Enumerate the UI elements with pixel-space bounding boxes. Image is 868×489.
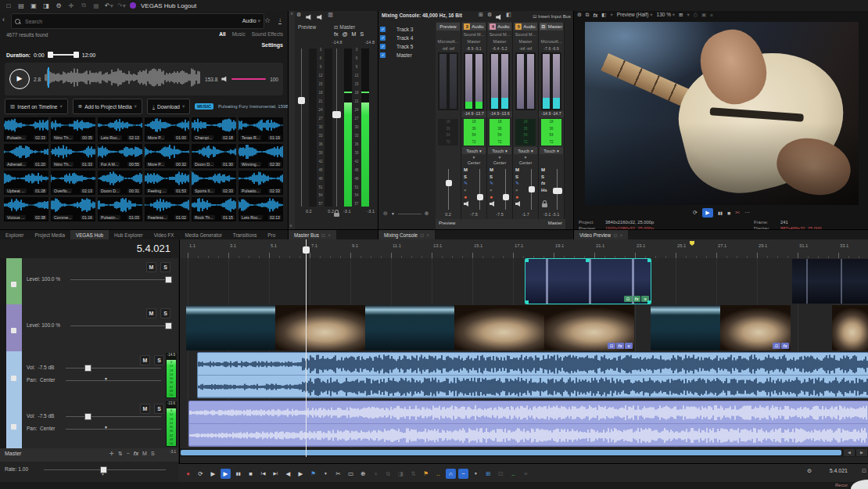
volume-slider[interactable]	[66, 416, 161, 417]
scroll-left-icon[interactable]: ◀	[844, 449, 855, 456]
volume-slider[interactable]	[66, 368, 161, 369]
playhead-handle[interactable]	[303, 246, 310, 253]
automation-mode-dropdown[interactable]: Touch▾	[462, 147, 486, 154]
audio-tile[interactable]: Lets Roc... 02:13	[98, 117, 142, 142]
audio-tile[interactable]: For A M... 00:55	[98, 144, 142, 168]
stop-button[interactable]: ■	[246, 469, 256, 479]
fx-automation-icon[interactable]: ✎	[464, 181, 470, 187]
solo-button[interactable]: S	[154, 404, 164, 414]
track-minimize-gutter[interactable]	[0, 351, 6, 400]
pause-button[interactable]: ▮▮	[233, 469, 243, 479]
strip-header[interactable]: 3Audio	[462, 23, 486, 31]
mixer-speaker-icon[interactable]	[496, 14, 502, 20]
monitor-icon[interactable]	[490, 201, 496, 207]
solo-button[interactable]: S	[154, 355, 164, 365]
strip-routing[interactable]: Microsoft...	[540, 39, 563, 44]
fx-automation-icon[interactable]: ✎	[515, 181, 522, 187]
transport-time-display[interactable]: 5.4.021	[830, 468, 848, 473]
loop-icon[interactable]: ⟳	[693, 210, 698, 216]
edit-tool-button[interactable]: ⚑	[308, 469, 318, 479]
bus-button[interactable]: @	[342, 31, 347, 37]
mixer-track-row[interactable]: ✓ 3 Track 3	[380, 25, 435, 34]
track-2-lane[interactable]: ⊡ fx ≡ ⊡ fx	[180, 304, 868, 352]
downloads-icon[interactable]: ↓	[278, 16, 282, 24]
category-dropdown[interactable]: Audio ▾	[242, 18, 260, 24]
strip-output[interactable]: Master	[488, 39, 511, 44]
audio-tile[interactable]: Adrenali... 01:20	[4, 144, 48, 168]
meter-options-icon[interactable]: ▥	[328, 12, 333, 20]
clip-pan-crop-icon[interactable]: ⊡	[773, 343, 780, 349]
automation-mode-dropdown[interactable]: Touch▾	[488, 147, 511, 154]
strip-header[interactable]: ⊡Master	[540, 23, 563, 31]
track-color-strip[interactable]	[6, 351, 22, 400]
preview-stop-button[interactable]: ■	[727, 210, 730, 216]
master-fx-icon[interactable]: fx	[134, 451, 138, 457]
automation-mode-dropdown[interactable]: Touch▾	[514, 147, 537, 154]
insert-on-timeline-button[interactable]: ▥Insert on Timeline▾	[5, 99, 68, 114]
track-header-3[interactable]: M S Vol: -7.5 dB Pan: Center ▼ -14.9 612…	[0, 351, 178, 401]
bus-button[interactable]: fx	[334, 31, 338, 37]
fader-lock-icon[interactable]	[334, 213, 339, 217]
clip-fx-icon[interactable]: fx	[633, 296, 640, 302]
audio-tile[interactable]: Nitro Th... 00:35	[51, 117, 95, 142]
audio-tile[interactable]: Fearless... 01:02	[145, 197, 189, 221]
pan-slider[interactable]	[66, 429, 161, 430]
headphones-button[interactable]: Hs	[541, 188, 547, 194]
close-icon[interactable]: ×	[426, 232, 429, 238]
selection-handle[interactable]	[647, 300, 651, 304]
monitor-icon[interactable]	[464, 201, 470, 207]
fx-automation-icon[interactable]: ✎	[490, 181, 496, 187]
mute-button[interactable]: M	[140, 355, 150, 365]
strip-input[interactable]: Sound M...	[488, 32, 511, 37]
volume-slider-handle[interactable]	[84, 365, 91, 372]
audio-tile[interactable]: Pulsatio... 02:33	[239, 171, 283, 195]
audio-tile[interactable]: Comme... 01:16	[51, 197, 95, 221]
fx-button[interactable]: fx	[541, 181, 547, 187]
preview-more-icon[interactable]: ⋯	[744, 210, 750, 216]
timeline-ruler[interactable]: 1.13.15.17.19.111.113.115.117.119.121.12…	[180, 239, 868, 259]
audio-tile[interactable]: More P... 00:32	[145, 144, 189, 168]
marker-pin-icon[interactable]: ⊙	[807, 468, 812, 474]
mute-button[interactable]: M	[140, 404, 150, 414]
selection-tool-icon[interactable]: ▭	[346, 469, 356, 479]
strip-fader[interactable]	[557, 169, 558, 210]
range-handle-right[interactable]	[74, 52, 79, 58]
strip-output[interactable]: Master	[462, 39, 486, 44]
bus-button[interactable]: S	[360, 31, 364, 37]
strip-fader-handle[interactable]	[446, 180, 452, 186]
track-color-strip[interactable]	[6, 304, 22, 351]
undo-button[interactable]: ↶▾	[105, 2, 113, 9]
envelope-tool-icon[interactable]: ~	[458, 469, 468, 479]
audio-tile[interactable]: Champi... 02:18	[192, 117, 236, 142]
audio-clip[interactable]	[188, 401, 868, 447]
solo-button[interactable]: S	[151, 451, 155, 457]
zoom-in-icon[interactable]: ⊕	[425, 210, 429, 217]
ignore-grouping-icon[interactable]: ‥	[508, 469, 518, 479]
pan-slider-handle[interactable]: ▼	[104, 425, 108, 430]
zoom-tool-icon[interactable]: ⊕	[358, 469, 368, 479]
master-fader[interactable]	[336, 49, 337, 207]
strip-fader-handle[interactable]	[529, 186, 535, 192]
audio-tile[interactable]: Pulsatin... 02:33	[4, 117, 48, 142]
download-button[interactable]: ↓Download▾	[147, 99, 190, 114]
track-visible-checkbox[interactable]: ✓	[380, 44, 386, 49]
strip-header[interactable]: 4Audio	[488, 23, 511, 31]
timeline-time-display[interactable]: 5.4.021	[0, 239, 178, 258]
mute-button[interactable]: M	[146, 262, 156, 272]
strip-fader-handle[interactable]	[553, 188, 562, 194]
track-visible-checkbox[interactable]: ✓	[380, 27, 386, 32]
split-screen-icon[interactable]: ◧	[601, 12, 606, 18]
close-icon[interactable]: ×	[619, 232, 622, 238]
track-color-strip[interactable]	[6, 400, 22, 448]
loop-playback-button[interactable]: ⟳	[195, 469, 206, 479]
selection-handle[interactable]	[647, 259, 651, 262]
solo-button[interactable]: S	[541, 174, 547, 181]
pan-handle-icon[interactable]: ▼	[461, 155, 486, 160]
external-monitor-icon[interactable]: ⧉	[586, 12, 590, 18]
filter-tab[interactable]: Sound Effects	[252, 31, 283, 37]
audio-tile[interactable]: Doom D... 00:31	[98, 171, 142, 195]
scroll-up-icon[interactable]: ∧	[290, 11, 293, 16]
timeline-hscrollbar[interactable]: ◀ ▶	[180, 448, 868, 457]
play-button[interactable]: ▶	[221, 469, 231, 479]
save-project-icon[interactable]: ▣	[30, 2, 38, 9]
